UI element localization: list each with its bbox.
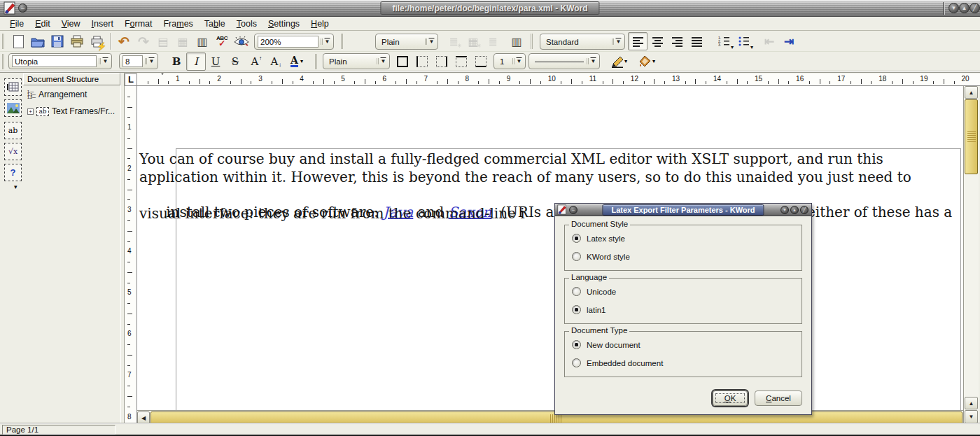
radio-new-document[interactable]: New document <box>572 340 640 349</box>
font-size-value[interactable]: 8 <box>122 55 143 67</box>
toolbar-handle[interactable] <box>341 34 344 49</box>
vertical-scrollbar[interactable]: ▲ ▲ ▼ <box>963 86 979 424</box>
radio-icon[interactable] <box>572 252 581 261</box>
italic-button[interactable]: I <box>186 52 206 71</box>
document-page[interactable]: You can of course buy and install a full… <box>137 86 963 410</box>
menu-table[interactable]: Table <box>199 17 231 30</box>
border-style-value[interactable] <box>532 55 584 67</box>
font-family-value[interactable]: Utopia <box>12 55 97 67</box>
radio-kword-style[interactable]: KWord style <box>572 252 630 261</box>
frame-style-combobox[interactable]: Plain ▼ <box>323 53 390 69</box>
border-style-combobox[interactable]: ▼ <box>528 53 600 69</box>
tree-item-label[interactable]: Text Frames/Fr... <box>52 106 115 116</box>
radio-icon[interactable] <box>572 358 581 367</box>
autocorrect-button[interactable] <box>232 32 251 50</box>
maximize-button[interactable]: ▴ <box>959 3 969 13</box>
toolbar-handle[interactable] <box>531 34 534 49</box>
tree-expander-icon[interactable]: + <box>27 108 34 115</box>
radio-icon[interactable] <box>572 340 581 349</box>
style-combobox[interactable]: Plain ▼ <box>375 34 438 50</box>
menu-tools[interactable]: Tools <box>231 17 262 30</box>
window-titlebar[interactable]: – file:/home/peter/doc/beginlatex/para.x… <box>0 0 980 17</box>
insert-table-button[interactable] <box>4 78 22 96</box>
toolbar-handle[interactable] <box>2 34 6 49</box>
insert-text-frame-button[interactable]: ab <box>4 122 22 139</box>
combo-arrow-icon[interactable]: ▼ <box>425 38 436 45</box>
latex-export-dialog[interactable]: – Latex Export Filter Parameters - KWord… <box>554 203 812 415</box>
dialog-close-button[interactable]: ╱ <box>800 206 808 214</box>
border-width-combobox[interactable]: 1 ▼ <box>493 53 526 69</box>
save-button[interactable] <box>48 32 67 50</box>
radio-latex-style[interactable]: Latex style <box>572 234 625 243</box>
tree-item-label[interactable]: Arrangement <box>38 90 87 99</box>
combo-arrow-icon[interactable]: ▼ <box>612 38 623 45</box>
underline-button[interactable]: U <box>206 52 225 71</box>
kword-app-icon[interactable] <box>4 1 16 15</box>
menu-file[interactable]: File <box>4 17 29 30</box>
frame-borders-button[interactable]: ▥ <box>192 32 212 50</box>
align-justify-button[interactable] <box>687 32 706 50</box>
minimize-button[interactable]: ▾ <box>948 3 959 13</box>
radio-embedded-document[interactable]: Embedded document <box>572 358 663 367</box>
undo-button[interactable]: ↶ <box>114 32 134 50</box>
strikethrough-button[interactable]: S <box>225 52 245 71</box>
zoom-combobox[interactable]: 200% ▼ <box>254 34 334 50</box>
combo-arrow-icon[interactable]: ▼ <box>99 58 110 64</box>
close-button[interactable]: ╱ <box>969 3 980 13</box>
numbered-list-button[interactable]: 1. 2. 3. ▾ <box>715 32 734 50</box>
tree-item-text-frames[interactable]: + ab Text Frames/Fr... <box>27 106 115 116</box>
frame-style-value[interactable]: Plain <box>326 55 374 67</box>
horizontal-scrollbar[interactable]: ◀ <box>137 410 963 424</box>
edit-frame-button-1[interactable]: ▤ <box>153 32 173 50</box>
increase-indent-button[interactable]: ⇥ <box>779 32 799 50</box>
redo-button[interactable]: ↷ <box>134 32 153 50</box>
radio-unicode[interactable]: Unicode <box>572 287 616 296</box>
create-style-button[interactable]: ≣ ✳ <box>444 32 463 50</box>
combo-arrow-icon[interactable]: ▼ <box>512 58 524 64</box>
new-document-button[interactable] <box>8 32 28 50</box>
strip-overflow-arrow-icon[interactable]: ▾ <box>14 183 18 190</box>
superscript-button[interactable]: A ↑ <box>245 52 265 71</box>
menu-view[interactable]: View <box>56 17 86 30</box>
combo-arrow-icon[interactable]: ▼ <box>145 58 156 64</box>
columns-button[interactable]: ▥ <box>507 32 526 50</box>
align-center-button[interactable] <box>648 32 667 50</box>
cancel-button[interactable]: Cancel <box>755 391 802 406</box>
ok-button[interactable]: OK <box>713 391 748 406</box>
scroll-down-button[interactable]: ▼ <box>965 410 978 423</box>
font-family-combobox[interactable]: Utopia ▼ <box>8 53 112 69</box>
insert-object-button[interactable]: ? <box>4 164 22 181</box>
scroll-up-button[interactable]: ▲ <box>965 86 978 99</box>
toolbar-handle[interactable] <box>2 54 6 69</box>
menu-help[interactable]: Help <box>305 17 335 30</box>
dialog-menu-button[interactable]: – <box>569 206 578 214</box>
border-width-value[interactable]: 1 <box>497 55 510 67</box>
print-button[interactable] <box>67 32 87 50</box>
style-value[interactable]: Plain <box>379 36 423 48</box>
combo-arrow-icon[interactable]: ▼ <box>587 58 598 64</box>
combo-arrow-icon[interactable]: ▼ <box>377 58 388 64</box>
ruler-corner-tab-selector[interactable]: L <box>125 73 137 86</box>
menu-format[interactable]: Format <box>119 17 158 30</box>
paragraph-style-combobox[interactable]: Standard ▼ <box>540 34 625 50</box>
border-bottom-button[interactable] <box>471 52 491 71</box>
align-left-button[interactable] <box>628 32 648 50</box>
border-right-button[interactable] <box>432 52 451 71</box>
zoom-value[interactable]: 200% <box>258 36 318 48</box>
vertical-scrollbar-thumb[interactable] <box>965 99 978 174</box>
window-menu-button[interactable]: – <box>18 3 27 13</box>
tree-item-arrangement[interactable]: 1.—1.1—1.2— Arrangement <box>27 90 87 99</box>
paragraph-style-value[interactable]: Standard <box>543 36 610 48</box>
font-size-combobox[interactable]: 8 ▼ <box>119 53 158 69</box>
border-top-button[interactable] <box>451 52 471 71</box>
menu-settings[interactable]: Settings <box>262 17 305 30</box>
align-right-button[interactable] <box>667 32 687 50</box>
scroll-left-button[interactable]: ◀ <box>137 412 150 424</box>
update-style-button[interactable]: ▦ ✳ <box>463 32 483 50</box>
radio-icon[interactable] <box>572 234 581 243</box>
indent-marker[interactable] <box>159 75 173 86</box>
subscript-button[interactable]: A ↓ <box>265 52 284 71</box>
menu-insert[interactable]: Insert <box>86 17 119 30</box>
insert-formula-button[interactable]: √x <box>4 143 22 160</box>
dialog-minimize-button[interactable]: ▾ <box>780 206 789 214</box>
